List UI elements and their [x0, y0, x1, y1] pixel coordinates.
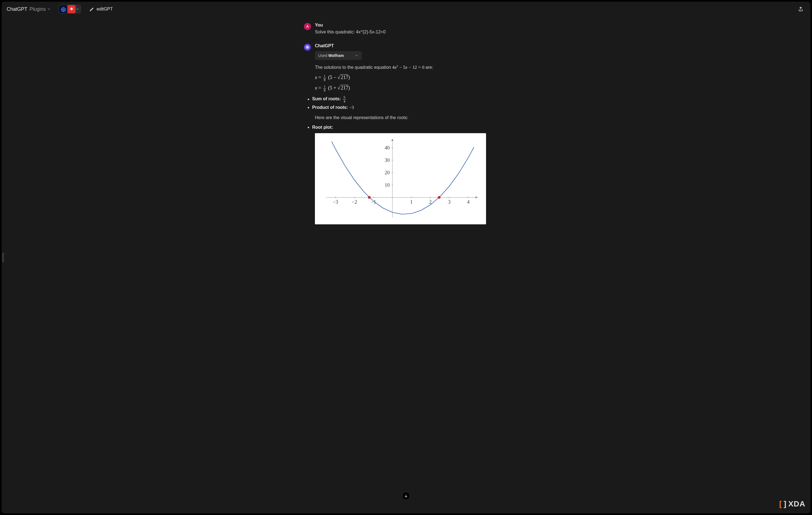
model-switcher[interactable]: ChatGPT Plugins [7, 6, 51, 12]
plugin-used-name: Wolfram [328, 53, 344, 58]
watermark-text: XDA [788, 499, 805, 508]
message-input-bar[interactable] [2, 510, 810, 513]
fact-product: Product of roots: −3 [312, 105, 508, 110]
editgpt-label: editGPT [96, 7, 113, 11]
message-input-placeholder [304, 510, 508, 513]
message-user: A You Solve this quadratic: 4x^{2}-5x-12… [304, 23, 508, 36]
mode-label: Plugins [30, 6, 46, 12]
svg-text:40: 40 [385, 145, 390, 151]
plugin-used-pill[interactable]: Used Wolfram [315, 51, 362, 60]
svg-text:1: 1 [410, 199, 413, 205]
user-name: You [315, 23, 508, 28]
svg-marker-2 [475, 196, 478, 199]
arrow-down-icon [404, 494, 408, 498]
message-assistant: ChatGPT Used Wolfram The solutions to th… [304, 44, 508, 225]
scroll-to-bottom-button[interactable] [402, 492, 410, 500]
share-icon [798, 6, 804, 12]
root-plot-image[interactable]: −3−2−1123410203040 [315, 133, 486, 224]
svg-text:−3: −3 [333, 199, 338, 205]
assistant-intro: The solutions to the quadratic equation … [315, 64, 508, 71]
svg-point-27 [368, 196, 371, 199]
plugin-icon-2: ✶ [67, 5, 76, 13]
pen-icon [89, 7, 94, 11]
assistant-name: ChatGPT [315, 44, 508, 48]
solution-1: x = 18 (5 − 217) [315, 74, 508, 82]
header: ChatGPT Plugins ◎ ✶ editGPT [2, 2, 810, 17]
chevron-down-icon [76, 7, 80, 11]
visual-intro: Here are the visual representations of t… [315, 114, 508, 121]
avatar-assistant [304, 44, 311, 51]
intro-prefix: The solutions to the quadratic equation [315, 65, 392, 70]
plugin-icon-1: ◎ [59, 5, 67, 13]
intro-suffix: are: [424, 65, 433, 70]
root-plot-svg: −3−2−1123410203040 [315, 133, 486, 224]
conversation: A You Solve this quadratic: 4x^{2}-5x-12… [304, 17, 508, 224]
svg-point-28 [438, 196, 440, 199]
sidebar-toggle[interactable] [2, 252, 4, 263]
facts-list: Sum of roots: 54 Product of roots: −3 [315, 95, 508, 110]
active-plugins-dropdown[interactable]: ◎ ✶ [59, 4, 81, 14]
svg-text:4: 4 [467, 199, 469, 205]
fact-sum: Sum of roots: 54 [312, 95, 508, 103]
svg-text:−2: −2 [352, 199, 357, 205]
plugin-used-prefix: Used [318, 53, 328, 58]
chevron-down-icon [355, 54, 358, 57]
svg-text:3: 3 [448, 199, 451, 205]
svg-marker-4 [392, 139, 394, 141]
editgpt-button[interactable]: editGPT [89, 7, 113, 11]
solution-2: x = 18 (5 + 217) [315, 85, 508, 92]
root-plot-label-item: Root plot: [312, 125, 508, 130]
svg-text:−1: −1 [371, 199, 376, 205]
share-button[interactable] [796, 4, 805, 14]
chevron-down-icon [47, 7, 51, 11]
root-plot-bullet: Root plot: [315, 125, 508, 130]
xda-watermark: [] XDA [779, 499, 805, 508]
avatar-user: A [304, 23, 311, 30]
user-message-text: Solve this quadratic: 4x^{2}-5x-12=0 [315, 29, 508, 36]
openai-icon [305, 45, 310, 50]
svg-text:30: 30 [385, 158, 390, 163]
svg-text:20: 20 [385, 170, 390, 175]
svg-text:10: 10 [385, 182, 390, 188]
app-title: ChatGPT [7, 6, 27, 12]
